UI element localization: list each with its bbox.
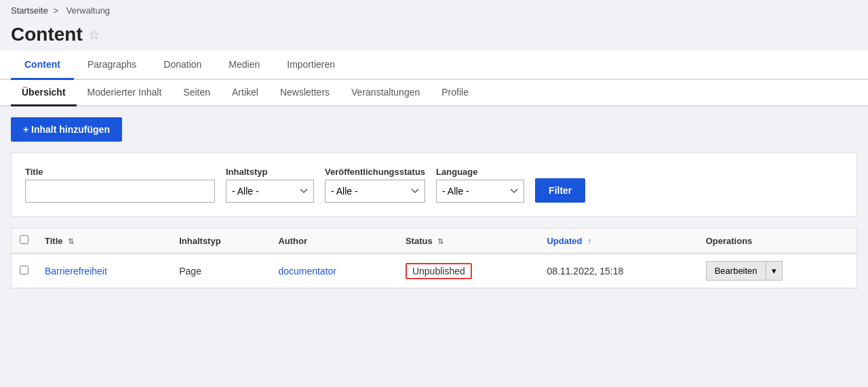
column-updated-label: Updated bbox=[547, 236, 582, 246]
tab-secondary-seiten[interactable]: Seiten bbox=[172, 80, 221, 106]
updated-sort-icon: ↑ bbox=[587, 237, 591, 246]
tab-secondary-ubersicht[interactable]: Übersicht bbox=[11, 80, 77, 106]
filter-title-field: Title bbox=[25, 167, 215, 203]
tab-secondary-artikel[interactable]: Artikel bbox=[221, 80, 269, 106]
tab-secondary-newsletters[interactable]: Newsletters bbox=[269, 80, 340, 106]
filter-button[interactable]: Filter bbox=[535, 178, 585, 203]
filter-status-select[interactable]: - Alle - Published Unpublished bbox=[325, 180, 425, 203]
row-author-link[interactable]: documentator bbox=[278, 266, 336, 277]
filter-title-label: Title bbox=[25, 167, 215, 177]
row-checkbox[interactable] bbox=[20, 266, 28, 274]
breadcrumb-current: Verwaltung bbox=[66, 5, 110, 16]
breadcrumb-separator: > bbox=[54, 5, 59, 16]
row-author-cell: documentator bbox=[270, 253, 397, 288]
filter-status-field: Veröffentlichungsstatus - Alle - Publish… bbox=[325, 167, 425, 203]
column-header-inhaltstyp: Inhaltstyp bbox=[171, 228, 270, 253]
filter-language-select[interactable]: - Alle - Deutsch English bbox=[436, 180, 524, 203]
column-header-status[interactable]: Status ⇅ bbox=[397, 228, 539, 253]
tab-secondary-profile[interactable]: Profile bbox=[431, 80, 479, 106]
table-header-row: Title ⇅ Inhaltstyp Author Status ⇅ Updat bbox=[12, 228, 856, 253]
row-checkbox-cell bbox=[12, 253, 37, 288]
column-header-operations: Operations bbox=[698, 228, 856, 253]
filter-language-field: Language - Alle - Deutsch English bbox=[436, 167, 524, 203]
content-table: Title ⇅ Inhaltstyp Author Status ⇅ Updat bbox=[12, 228, 856, 288]
status-badge: Unpublished bbox=[406, 263, 472, 279]
tab-primary-content[interactable]: Content bbox=[11, 51, 74, 80]
tab-primary-importieren[interactable]: Importieren bbox=[273, 51, 349, 80]
filter-box: Title Inhaltstyp - Alle - Page Article N… bbox=[11, 152, 857, 217]
page-title: Content bbox=[11, 24, 83, 45]
primary-tabs: Content Paragraphs Donation Medien Impor… bbox=[0, 51, 868, 80]
column-header-updated[interactable]: Updated ↑ bbox=[538, 228, 697, 253]
column-header-author: Author bbox=[270, 228, 397, 253]
column-title-label: Title bbox=[45, 236, 63, 246]
filter-title-input[interactable] bbox=[25, 180, 215, 203]
content-table-container: Title ⇅ Inhaltstyp Author Status ⇅ Updat bbox=[11, 228, 857, 289]
column-operations-label: Operations bbox=[706, 236, 753, 246]
filter-language-label: Language bbox=[436, 167, 524, 177]
table-row: Barrierefreiheit Page documentator Unpub… bbox=[12, 253, 856, 288]
filter-status-label: Veröffentlichungsstatus bbox=[325, 167, 425, 177]
breadcrumb-home[interactable]: Startseite bbox=[11, 5, 48, 16]
tab-primary-paragraphs[interactable]: Paragraphs bbox=[74, 51, 150, 80]
secondary-tabs: Übersicht Moderierter Inhalt Seiten Arti… bbox=[0, 80, 868, 106]
add-content-button[interactable]: + Inhalt hinzufügen bbox=[11, 117, 122, 142]
operations-dropdown-button[interactable]: ▾ bbox=[766, 261, 783, 281]
title-sort-icon: ⇅ bbox=[68, 237, 74, 245]
favorite-star-icon[interactable]: ☆ bbox=[88, 26, 100, 43]
row-status-cell: Unpublished bbox=[397, 253, 539, 288]
row-title-link[interactable]: Barrierefreiheit bbox=[45, 266, 107, 277]
column-header-checkbox bbox=[12, 228, 37, 253]
filter-inhaltstyp-select[interactable]: - Alle - Page Article Newsletter bbox=[226, 180, 314, 203]
row-operations-cell: Bearbeiten ▾ bbox=[698, 253, 856, 288]
tab-secondary-moderierter-inhalt[interactable]: Moderierter Inhalt bbox=[77, 80, 173, 106]
row-inhaltstyp-value: Page bbox=[179, 266, 201, 277]
operations-group: Bearbeiten ▾ bbox=[706, 261, 848, 281]
content-area: + Inhalt hinzufügen Title Inhaltstyp - A… bbox=[0, 106, 868, 300]
row-title-cell: Barrierefreiheit bbox=[37, 253, 171, 288]
column-author-label: Author bbox=[278, 236, 307, 246]
row-updated-cell: 08.11.2022, 15:18 bbox=[538, 253, 697, 288]
column-header-title[interactable]: Title ⇅ bbox=[37, 228, 171, 253]
column-inhaltstyp-label: Inhaltstyp bbox=[179, 236, 220, 246]
row-inhaltstyp-cell: Page bbox=[171, 253, 270, 288]
row-updated-value: 08.11.2022, 15:18 bbox=[547, 266, 623, 277]
column-status-label: Status bbox=[406, 236, 433, 246]
filter-row: Title Inhaltstyp - Alle - Page Article N… bbox=[25, 167, 843, 203]
tab-primary-medien[interactable]: Medien bbox=[215, 51, 273, 80]
breadcrumb: Startseite > Verwaltung bbox=[0, 0, 868, 21]
filter-inhaltstyp-field: Inhaltstyp - Alle - Page Article Newslet… bbox=[226, 167, 314, 203]
status-sort-icon: ⇅ bbox=[437, 237, 443, 245]
bearbeiten-button[interactable]: Bearbeiten bbox=[706, 261, 766, 281]
tab-primary-donation[interactable]: Donation bbox=[150, 51, 215, 80]
select-all-checkbox[interactable] bbox=[20, 235, 28, 244]
filter-inhaltstyp-label: Inhaltstyp bbox=[226, 167, 314, 177]
page-header: Content ☆ bbox=[0, 21, 868, 45]
tab-secondary-veranstaltungen[interactable]: Veranstaltungen bbox=[340, 80, 431, 106]
